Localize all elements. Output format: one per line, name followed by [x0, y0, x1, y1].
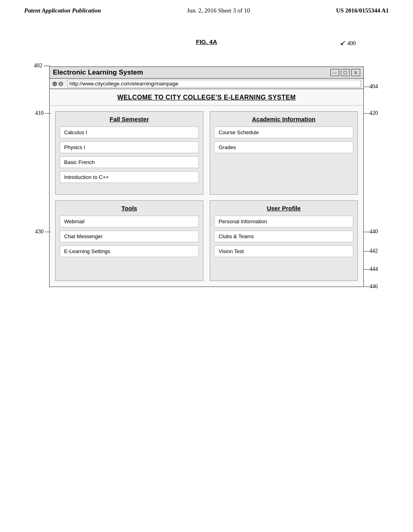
course-physics[interactable]: Physics I [60, 141, 199, 153]
ref-404: —404 [364, 83, 378, 90]
user-profile-title: User Profile [214, 205, 353, 212]
academic-info-panel: Academic Information Course Schedule Gra… [210, 111, 358, 195]
ref-442: —442 [364, 248, 378, 254]
header-date-sheet: Jun. 2, 2016 Sheet 3 of 10 [187, 7, 250, 14]
ref-410: 410 — [35, 110, 51, 116]
tool-settings[interactable]: E-Learning Settings [60, 245, 199, 257]
ref-430: 430 — [35, 229, 51, 235]
academic-grades[interactable]: Grades [214, 141, 353, 153]
fall-semester-panel: Fall Semester Calculus I Physics I Basic… [55, 111, 203, 195]
user-profile-panel: User Profile Personal Information Clubs … [210, 200, 358, 281]
browser-titlebar: Electronic Learning System — ☐ X [50, 67, 363, 79]
academic-info-title: Academic Information [214, 116, 353, 123]
course-cpp[interactable]: Introduction to C++ [60, 171, 199, 183]
header-patent-number: US 2016/0155344 A1 [336, 7, 389, 14]
academic-course-schedule[interactable]: Course Schedule [214, 127, 353, 138]
url-input[interactable]: http://www.citycollege.com/elearning/mai… [67, 80, 361, 87]
fall-semester-title: Fall Semester [60, 116, 199, 123]
browser-title: Electronic Learning System [53, 69, 143, 77]
address-bar: ⊕⊖ http://www.citycollege.com/elearning/… [50, 79, 363, 89]
ref-446: —446 [364, 283, 378, 290]
page-header: Patent Application Publication Jun. 2, 2… [0, 0, 413, 14]
tool-chat[interactable]: Chat Messenger [60, 231, 199, 242]
header-publication: Patent Application Publication [24, 7, 101, 14]
welcome-banner: WELCOME TO CITY COLLEGE'S E-LEARNING SYS… [50, 89, 363, 106]
course-calculus[interactable]: Calculus I [60, 127, 199, 138]
ref-400: ↙ 400 [340, 38, 356, 47]
window-controls: — ☐ X [330, 69, 360, 76]
tools-panel: Tools Webmail Chat Messenger E-Learning … [55, 200, 203, 281]
ref-420: —420 [364, 110, 378, 116]
ref-440: —440 [364, 229, 378, 235]
tools-title: Tools [60, 205, 199, 212]
bottom-panels-container: Tools Webmail Chat Messenger E-Learning … [50, 200, 363, 287]
ref-402: 402 — [34, 62, 50, 69]
profile-clubs-teams[interactable]: Clubs & Teams [214, 231, 353, 242]
ref-444: —444 [364, 266, 378, 272]
browser-window: Electronic Learning System — ☐ X ⊕⊖ http… [49, 66, 364, 287]
tool-webmail[interactable]: Webmail [60, 216, 199, 227]
course-french[interactable]: Basic French [60, 156, 199, 168]
top-panels-container: Fall Semester Calculus I Physics I Basic… [50, 106, 363, 200]
close-button[interactable]: X [351, 69, 360, 76]
profile-vision-test[interactable]: Vision Test [214, 245, 353, 257]
profile-personal-info[interactable]: Personal Information [214, 216, 353, 227]
minimize-button[interactable]: — [330, 69, 339, 76]
restore-button[interactable]: ☐ [341, 69, 350, 76]
nav-icons: ⊕⊖ [52, 80, 64, 87]
